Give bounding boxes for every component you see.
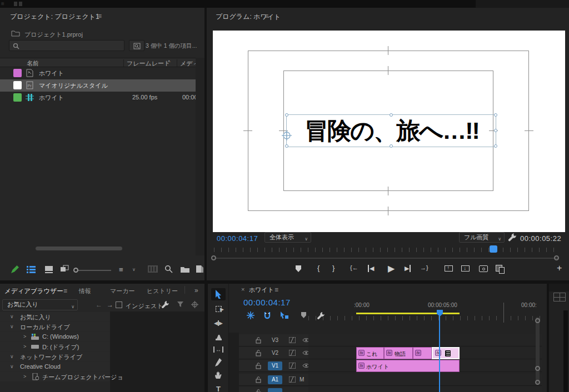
find-icon[interactable] xyxy=(164,265,173,273)
search-bin-button[interactable] xyxy=(129,40,144,51)
mark-out-button[interactable]: } xyxy=(332,264,335,272)
automate-sequence-icon[interactable] xyxy=(148,265,158,273)
icon-view-icon[interactable] xyxy=(44,265,53,273)
add-marker-icon[interactable] xyxy=(296,265,301,272)
label-color-swatch[interactable] xyxy=(13,69,22,77)
sort-chevron-icon[interactable]: ∨ xyxy=(132,267,136,272)
track-badge-targeted[interactable]: V1 xyxy=(268,361,282,370)
go-to-out-button[interactable]: →} xyxy=(420,264,428,271)
horizontal-scrollbar[interactable] xyxy=(36,247,122,250)
label-color-swatch[interactable] xyxy=(13,93,22,102)
column-name[interactable]: 名前 xyxy=(27,59,39,68)
current-timecode[interactable]: 00:00:04:17 xyxy=(217,234,258,243)
export-frame-icon[interactable] xyxy=(479,265,488,272)
lock-icon[interactable] xyxy=(256,363,261,369)
table-row-selected[interactable]: Pr マイオリジナルスタイル xyxy=(0,79,196,92)
tree-item-network-drives[interactable]: ∨ ネットワークドライブ xyxy=(0,352,110,361)
item-name[interactable]: ホワイト xyxy=(39,69,64,78)
sort-chevron-icon[interactable]: ^ xyxy=(168,59,170,65)
timeline-timecode[interactable]: 00:00:04:17 xyxy=(243,298,291,307)
razor-tool[interactable] xyxy=(214,334,223,341)
favorites-select[interactable]: お気に入り ∨ xyxy=(2,299,78,310)
sequence-tab[interactable]: ホワイト xyxy=(249,286,274,294)
gear-icon[interactable] xyxy=(191,301,198,308)
close-icon[interactable]: × xyxy=(241,286,244,293)
track-badge-targeted[interactable] xyxy=(268,388,282,392)
tree-item-team-projects[interactable]: > チームプロジェクトバージョ xyxy=(0,372,110,381)
column-framerate[interactable]: フレームレート xyxy=(127,59,170,68)
anchor-point-icon[interactable] xyxy=(281,130,292,141)
sort-icon[interactable]: ≡ xyxy=(119,265,123,274)
clip[interactable]: fx これ xyxy=(356,347,384,359)
go-to-in-button[interactable]: {← xyxy=(350,264,358,271)
lock-icon[interactable] xyxy=(256,337,261,344)
tree-item-favorites[interactable]: ∨ お気に入り xyxy=(0,312,110,321)
resize-handle[interactable] xyxy=(494,144,497,148)
tab-info[interactable]: 情報 xyxy=(79,287,91,295)
lock-icon[interactable] xyxy=(256,389,261,392)
program-canvas[interactable]: 冒険の、旅へ…!! xyxy=(213,31,565,232)
scrollbar-handle[interactable] xyxy=(535,318,540,323)
chevron-right-icon[interactable]: > xyxy=(23,344,26,349)
clip[interactable]: fx xyxy=(413,347,432,359)
timeline-scrollbar-track[interactable] xyxy=(536,317,540,384)
extract-icon[interactable]: ↓ xyxy=(461,265,470,272)
zoom-slider-track[interactable] xyxy=(78,270,111,271)
panel-menu-icon[interactable]: ≡ xyxy=(98,12,101,20)
nest-toggle-icon[interactable] xyxy=(247,311,254,319)
quality-select[interactable]: フル画質 ∨ xyxy=(459,232,505,243)
ingest-settings-wrench-icon[interactable] xyxy=(161,300,169,309)
new-item-icon[interactable] xyxy=(196,265,204,273)
panel-menu-icon[interactable]: ≡ xyxy=(274,286,278,294)
clip[interactable]: fx ホワイト xyxy=(356,360,460,372)
search-input[interactable] xyxy=(9,40,124,51)
timeline-ruler[interactable] xyxy=(308,316,542,320)
hand-tool[interactable] xyxy=(214,371,223,379)
play-button[interactable]: ▶ xyxy=(388,263,395,274)
back-arrow-icon[interactable]: ← xyxy=(96,301,102,309)
scrollbar-handle[interactable] xyxy=(535,380,540,385)
chevron-right-icon[interactable]: > xyxy=(23,334,26,339)
linked-selection-icon[interactable] xyxy=(280,311,288,319)
scrollbar-handle[interactable] xyxy=(535,366,540,371)
resize-handle[interactable] xyxy=(390,144,393,148)
filter-icon[interactable] xyxy=(177,301,184,308)
selection-tool[interactable] xyxy=(211,288,226,300)
tab-overflow-icon[interactable]: » xyxy=(194,287,198,294)
track-badge[interactable]: V2 xyxy=(268,349,282,358)
zoom-bar-handle-right[interactable] xyxy=(554,255,559,260)
chevron-right-icon[interactable]: > xyxy=(23,374,26,379)
program-playhead-marker[interactable] xyxy=(490,245,497,253)
resize-handle[interactable] xyxy=(390,113,393,117)
text-selection-box[interactable]: 冒険の、旅へ…!! xyxy=(286,114,496,147)
list-view-icon[interactable] xyxy=(27,265,36,273)
track-select-tool[interactable]: ▶ xyxy=(208,306,229,313)
sync-lock-icon[interactable] xyxy=(289,350,296,356)
settings-wrench-icon[interactable] xyxy=(508,233,517,242)
tab-media-browser[interactable]: メディアブラウザー xyxy=(4,287,63,295)
freeform-view-icon[interactable] xyxy=(60,265,70,273)
chevron-down-icon[interactable]: ∨ xyxy=(10,354,14,359)
step-back-button[interactable]: ◀ xyxy=(368,265,374,272)
tree-item-d-drive[interactable]: > D: (ドライブ) xyxy=(0,342,110,351)
forward-arrow-icon[interactable]: → xyxy=(107,301,113,309)
tree-item-creative-cloud[interactable]: ∨ Creative Cloud xyxy=(0,362,110,371)
zoom-slider-knob[interactable] xyxy=(73,268,78,273)
resize-handle[interactable] xyxy=(494,113,497,117)
program-mini-ruler[interactable] xyxy=(214,248,558,252)
column-media[interactable]: メディ xyxy=(180,59,196,68)
ripple-edit-tool[interactable]: ◀▶ xyxy=(208,320,229,326)
slip-tool[interactable]: ↔ xyxy=(208,346,229,353)
zoom-bar-handle-left[interactable] xyxy=(211,255,216,260)
panel-menu-icon[interactable]: ≡ xyxy=(264,12,268,20)
resize-handle[interactable] xyxy=(494,129,497,132)
track-badge-targeted[interactable]: A1 xyxy=(268,375,282,384)
table-row[interactable]: ホワイト xyxy=(0,67,196,79)
item-name[interactable]: ホワイト xyxy=(39,94,64,102)
tree-item-c-drive[interactable]: > C: (Windows) xyxy=(0,332,110,341)
label-color-swatch[interactable] xyxy=(13,81,22,89)
comparison-view-icon[interactable] xyxy=(496,265,502,272)
table-row[interactable]: ホワイト 25.00 fps 00:00: xyxy=(0,92,196,104)
sync-lock-icon[interactable] xyxy=(289,337,296,343)
clip[interactable]: fx 物語 xyxy=(384,347,413,359)
